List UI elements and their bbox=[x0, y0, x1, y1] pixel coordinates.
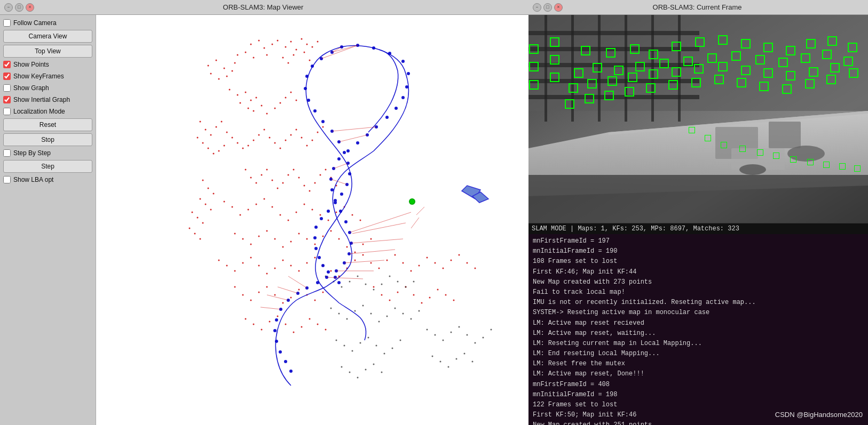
svg-point-141 bbox=[314, 257, 316, 259]
svg-point-226 bbox=[378, 321, 380, 323]
svg-point-212 bbox=[357, 276, 359, 277]
show-graph-checkbox[interactable] bbox=[3, 84, 11, 92]
feature-box bbox=[628, 73, 637, 82]
feature-box bbox=[827, 36, 837, 46]
feature-box bbox=[718, 35, 728, 45]
follow-camera-row[interactable]: Follow Camera bbox=[3, 18, 92, 28]
localization-mode-row[interactable]: Localization Mode bbox=[3, 107, 92, 116]
svg-point-78 bbox=[261, 174, 263, 176]
svg-point-107 bbox=[336, 212, 337, 213]
show-inertial-graph-checkbox[interactable] bbox=[3, 96, 11, 103]
svg-point-246 bbox=[381, 372, 383, 373]
step-by-step-row[interactable]: Step By Step bbox=[3, 148, 92, 158]
feature-box bbox=[786, 71, 795, 81]
svg-point-197 bbox=[208, 188, 209, 189]
svg-point-23 bbox=[224, 68, 225, 69]
svg-point-36 bbox=[240, 102, 241, 104]
reset-button[interactable]: Reset bbox=[3, 118, 92, 131]
svg-point-105 bbox=[320, 214, 321, 216]
svg-point-317 bbox=[320, 217, 323, 220]
svg-point-176 bbox=[411, 270, 412, 272]
current-frame-minimize-btn[interactable]: – bbox=[533, 3, 541, 12]
current-frame-close-btn[interactable]: × bbox=[554, 3, 563, 12]
localization-mode-checkbox[interactable] bbox=[3, 108, 11, 115]
svg-point-164 bbox=[285, 324, 287, 325]
log-line: First KF:46; Map init KF:44 bbox=[533, 267, 864, 277]
svg-point-193 bbox=[437, 289, 439, 291]
feature-box bbox=[574, 68, 583, 78]
svg-point-113 bbox=[250, 244, 252, 245]
svg-point-321 bbox=[318, 256, 321, 259]
svg-point-234 bbox=[352, 350, 353, 352]
show-keyframes-checkbox[interactable] bbox=[3, 73, 11, 80]
show-lba-opt-row[interactable]: Show LBA opt bbox=[3, 175, 92, 185]
camera-view-button[interactable]: Camera View bbox=[3, 30, 92, 43]
svg-point-276 bbox=[337, 157, 341, 161]
svg-point-106 bbox=[328, 220, 329, 221]
svg-point-155 bbox=[298, 289, 300, 291]
follow-camera-checkbox[interactable] bbox=[3, 19, 11, 27]
map-viewer-close-btn[interactable]: × bbox=[26, 3, 34, 12]
svg-point-99 bbox=[272, 206, 273, 208]
feature-box bbox=[739, 146, 746, 152]
svg-point-114 bbox=[258, 236, 260, 237]
map-viewer-title: ORB-SLAM3: Map Viewer bbox=[34, 3, 492, 11]
svg-point-297 bbox=[279, 350, 282, 354]
feature-box bbox=[694, 64, 704, 74]
show-points-row[interactable]: Show Points bbox=[3, 60, 92, 69]
svg-point-40 bbox=[274, 108, 276, 109]
show-keyframes-row[interactable]: Show KeyFrames bbox=[3, 71, 92, 81]
stop-button[interactable]: Stop bbox=[3, 133, 92, 146]
step-by-step-checkbox[interactable] bbox=[3, 149, 11, 157]
svg-point-93 bbox=[224, 201, 225, 203]
current-frame-maximize-btn[interactable]: □ bbox=[543, 3, 552, 12]
svg-point-97 bbox=[256, 204, 257, 205]
svg-point-10 bbox=[290, 41, 292, 43]
svg-point-129 bbox=[218, 260, 220, 261]
svg-point-316 bbox=[327, 210, 330, 213]
show-points-checkbox[interactable] bbox=[3, 61, 11, 68]
log-line: mnFirstFrameId = 197 bbox=[533, 236, 864, 246]
svg-point-62 bbox=[258, 134, 260, 136]
svg-point-257 bbox=[440, 361, 441, 363]
feature-box bbox=[839, 163, 846, 170]
svg-point-20 bbox=[317, 41, 319, 43]
feature-box bbox=[763, 43, 773, 52]
svg-point-117 bbox=[282, 246, 284, 248]
svg-point-178 bbox=[427, 257, 428, 259]
svg-point-61 bbox=[253, 140, 255, 141]
feature-box bbox=[659, 59, 669, 68]
map-viewer-maximize-btn[interactable]: □ bbox=[15, 3, 23, 12]
map-viewer-win-buttons[interactable]: – □ × bbox=[4, 3, 34, 12]
show-lba-opt-checkbox[interactable] bbox=[3, 176, 11, 183]
show-graph-row[interactable]: Show Graph bbox=[3, 83, 92, 93]
svg-point-124 bbox=[338, 238, 340, 240]
map-viewer-minimize-btn[interactable]: – bbox=[4, 3, 13, 12]
svg-rect-0 bbox=[96, 15, 528, 425]
console-log[interactable]: mnFirstFrameId = 197mnInitialFrameId = 1… bbox=[528, 234, 868, 425]
feature-box bbox=[807, 159, 814, 165]
svg-point-126 bbox=[354, 252, 356, 253]
svg-point-63 bbox=[264, 129, 265, 131]
svg-point-207 bbox=[200, 238, 201, 240]
svg-point-33 bbox=[250, 100, 252, 101]
svg-point-80 bbox=[272, 180, 273, 181]
svg-point-239 bbox=[392, 348, 393, 349]
show-inertial-graph-row[interactable]: Show Inertial Graph bbox=[3, 95, 92, 105]
feature-box bbox=[683, 57, 693, 66]
feature-box bbox=[830, 63, 840, 73]
svg-point-198 bbox=[213, 193, 215, 195]
current-frame-win-buttons[interactable]: – □ × bbox=[533, 3, 563, 12]
svg-point-274 bbox=[356, 141, 359, 145]
svg-point-47 bbox=[210, 134, 212, 136]
svg-point-94 bbox=[232, 206, 233, 208]
svg-point-305 bbox=[307, 99, 310, 102]
svg-point-104 bbox=[312, 209, 313, 211]
svg-point-267 bbox=[407, 72, 410, 75]
svg-point-118 bbox=[290, 241, 292, 243]
svg-point-82 bbox=[282, 182, 284, 184]
step-button[interactable]: Step bbox=[3, 160, 92, 173]
svg-point-95 bbox=[240, 214, 241, 216]
svg-rect-352 bbox=[528, 31, 699, 35]
top-view-button[interactable]: Top View bbox=[3, 45, 92, 58]
